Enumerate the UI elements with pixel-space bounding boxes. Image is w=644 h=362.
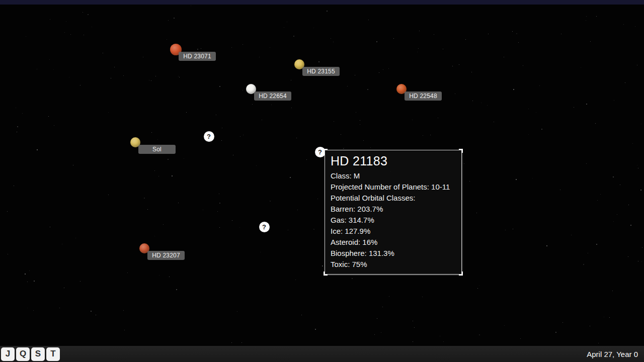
star-label: HD 23155: [302, 67, 340, 76]
star-label: HD 22654: [254, 92, 291, 101]
unknown-star-marker[interactable]: ?: [204, 131, 214, 142]
star-label: HD 22548: [405, 92, 442, 101]
star-label: Sol: [138, 145, 176, 154]
hotkey-j[interactable]: J: [1, 347, 15, 361]
tooltip-line: Toxic: 75%: [331, 259, 461, 270]
hotkey-t[interactable]: T: [46, 347, 60, 361]
star-map: HD 23071HD 23155HD 22654HD 22548SolHD 23…: [0, 0, 644, 362]
tooltip-title: HD 21183: [331, 154, 461, 168]
date-display: April 27, Year 0: [587, 346, 638, 362]
tooltip-line: Class: M: [331, 170, 461, 182]
tooltip-corner: [459, 149, 463, 153]
tooltip-line: Potential Orbital Classes:: [331, 193, 461, 204]
star-label: HD 23207: [147, 251, 185, 260]
hotkey-s[interactable]: S: [31, 347, 45, 361]
tooltip-line: Ice: 127.9%: [331, 226, 461, 237]
hotkey-q[interactable]: Q: [16, 347, 30, 361]
star-info-tooltip: HD 21183 Class: MProjected Number of Pla…: [325, 150, 462, 275]
tooltip-line: Asteroid: 16%: [331, 237, 461, 248]
tooltip-line: Gas: 314.7%: [331, 215, 461, 226]
star-label: HD 23071: [179, 52, 216, 61]
tooltip-line: Biosphere: 131.3%: [331, 248, 461, 259]
tooltip-line: Barren: 203.7%: [331, 204, 461, 215]
hotkey-bar: JQST: [1, 347, 61, 361]
tooltip-line: Projected Number of Planets: 10-11: [331, 182, 461, 193]
tooltip-corner: [324, 149, 328, 153]
unknown-star-marker[interactable]: ?: [259, 222, 270, 232]
tooltip-lines: Class: MProjected Number of Planets: 10-…: [325, 170, 461, 270]
bottom-bar: JQST April 27, Year 0: [0, 346, 644, 362]
tooltip-corner: [324, 272, 328, 276]
tooltip-corner: [459, 272, 463, 276]
